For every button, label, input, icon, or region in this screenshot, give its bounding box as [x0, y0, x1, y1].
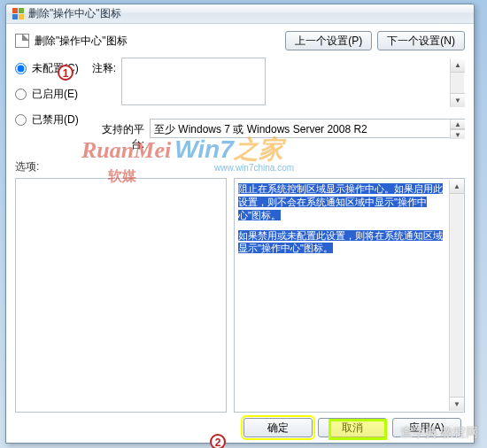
description-pane: 阻止在系统控制区域显示操作中心。如果启用此设置，则不会在系统通知区域中显示"操作… — [234, 178, 465, 413]
next-setting-button[interactable]: 下一个设置(N) — [377, 31, 465, 50]
radio-disabled[interactable]: 已禁用(D) — [15, 112, 84, 127]
document-icon — [15, 34, 29, 48]
scrollbar-vertical[interactable]: ▲ ▼ — [449, 180, 463, 411]
ok-button[interactable]: 确定 — [244, 418, 313, 437]
window-title: 删除"操作中心"图标 — [28, 6, 121, 21]
options-pane — [15, 178, 227, 413]
radio-disabled-input[interactable] — [15, 114, 27, 126]
scroll-up-icon[interactable]: ▲ — [451, 120, 465, 129]
dialog-window: 删除"操作中心"图标 删除"操作中心"图标 上一个设置(P) 下一个设置(N) … — [5, 4, 475, 444]
header-row: 删除"操作中心"图标 上一个设置(P) 下一个设置(N) — [15, 31, 465, 50]
comment-label: 注释: — [89, 58, 116, 108]
config-section: 未配置(C) 已启用(E) 已禁用(D) 注释: ▲ — [15, 58, 465, 152]
radio-not-configured[interactable]: 未配置(C) — [15, 61, 84, 76]
window-icon — [12, 8, 24, 20]
footer-buttons: 确定 取消 应用(A) — [15, 418, 461, 437]
supported-platform-text: 至少 Windows 7 或 Windows Server 2008 R2 — [150, 119, 465, 138]
client-area: 删除"操作中心"图标 上一个设置(P) 下一个设置(N) 1 未配置(C) 已启… — [6, 24, 474, 443]
scroll-up-icon[interactable]: ▲ — [450, 180, 464, 194]
options-label: 选项: — [15, 159, 465, 174]
lower-panes: 阻止在系统控制区域显示操作中心。如果启用此设置，则不会在系统通知区域中显示"操作… — [15, 178, 465, 413]
radio-not-configured-input[interactable] — [15, 63, 27, 74]
annotation-callout-2: 2 — [210, 434, 226, 448]
prev-setting-button[interactable]: 上一个设置(P) — [285, 31, 372, 50]
scrollbar-vertical[interactable]: ▲ ▼ — [450, 58, 464, 107]
scrollbar-vertical-small[interactable]: ▲ ▼ — [450, 120, 464, 139]
description-line-2: 如果禁用或未配置此设置，则将在系统通知区域显示"操作中心"图标。 — [238, 230, 443, 254]
supported-label: 支持的平台: — [89, 119, 144, 152]
scroll-down-icon[interactable]: ▼ — [451, 93, 465, 107]
apply-button[interactable]: 应用(A) — [392, 418, 461, 437]
radio-enabled-input[interactable] — [15, 89, 27, 100]
cancel-button[interactable]: 取消 — [318, 418, 387, 437]
radio-group: 未配置(C) 已启用(E) 已禁用(D) — [15, 58, 84, 152]
scroll-down-icon[interactable]: ▼ — [450, 397, 464, 411]
annotation-callout-1: 1 — [58, 65, 73, 81]
description-line-1: 阻止在系统控制区域显示操作中心。如果启用此设置，则不会在系统通知区域中显示"操作… — [238, 183, 443, 220]
scroll-down-icon[interactable]: ▼ — [451, 129, 465, 139]
heading-text: 删除"操作中心"图标 — [35, 34, 128, 49]
titlebar: 删除"操作中心"图标 — [6, 4, 474, 24]
comment-textarea[interactable] — [121, 58, 266, 105]
radio-enabled[interactable]: 已启用(E) — [15, 87, 84, 102]
scroll-up-icon[interactable]: ▲ — [451, 58, 465, 73]
